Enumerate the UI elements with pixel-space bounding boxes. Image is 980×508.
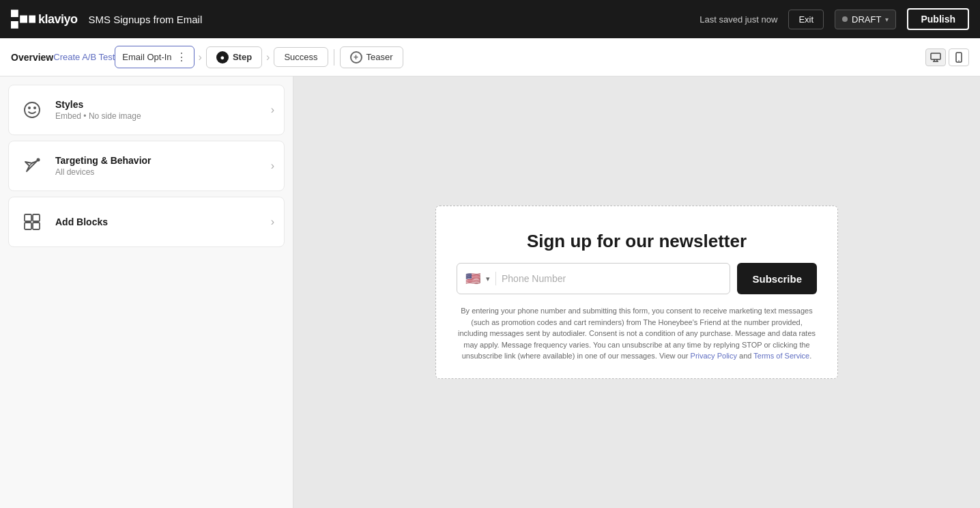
- step-circle-icon: ●: [216, 51, 229, 63]
- desktop-view-button[interactable]: [925, 48, 946, 66]
- svg-rect-0: [931, 53, 940, 59]
- phone-divider: [495, 272, 496, 285]
- svg-rect-11: [25, 214, 31, 221]
- step-tabs: Email Opt-In ⋮ › ● Step › Success + Teas…: [115, 46, 403, 68]
- sidebar-item-add-blocks[interactable]: Add Blocks ›: [8, 197, 285, 247]
- targeting-subtitle: All devices: [55, 167, 261, 177]
- draft-label: DRAFT: [852, 14, 881, 25]
- styles-subtitle: Embed • No side image: [55, 111, 261, 121]
- svg-rect-12: [33, 214, 40, 221]
- add-blocks-text: Add Blocks: [55, 216, 261, 227]
- draft-status-dot: [842, 16, 848, 22]
- svg-rect-13: [25, 223, 31, 229]
- main-layout: Styles Embed • No side image › Targeting…: [0, 76, 980, 508]
- create-ab-test-link[interactable]: Create A/B Test: [53, 52, 115, 62]
- svg-point-10: [37, 158, 40, 162]
- view-toggle: [925, 48, 969, 66]
- form-title: Sign up for our newsletter: [527, 231, 747, 252]
- draft-button[interactable]: DRAFT ▾: [835, 10, 896, 29]
- mobile-icon: [955, 52, 962, 63]
- sidebar: Styles Embed • No side image › Targeting…: [0, 76, 293, 508]
- styles-icon: [18, 96, 46, 124]
- targeting-title: Targeting & Behavior: [55, 155, 261, 166]
- tab-success[interactable]: Success: [274, 47, 328, 67]
- desktop-icon: [930, 53, 941, 62]
- overview-label: Overview: [11, 52, 53, 63]
- svg-point-7: [28, 107, 31, 109]
- tab-teaser-label: Teaser: [366, 52, 393, 62]
- mobile-view-button[interactable]: [949, 48, 969, 66]
- svg-point-6: [25, 102, 40, 117]
- publish-button[interactable]: Publish: [907, 8, 969, 30]
- tab-step-label: Step: [233, 52, 252, 62]
- tab-divider: [334, 49, 334, 66]
- topbar: klaviyo SMS Signups from Email Last save…: [0, 0, 980, 38]
- preview-area: Sign up for our newsletter 🇺🇸 ▾ Phone Nu…: [293, 76, 980, 508]
- targeting-arrow-icon: ›: [271, 160, 274, 172]
- draft-dropdown-icon: ▾: [885, 16, 889, 23]
- tab-arrow-2: ›: [266, 51, 270, 63]
- sidebar-item-styles[interactable]: Styles Embed • No side image ›: [8, 85, 285, 135]
- tab-email-optin-label: Email Opt-In: [122, 52, 171, 62]
- terms-of-service-link[interactable]: Terms of Service: [753, 352, 809, 360]
- form-card: Sign up for our newsletter 🇺🇸 ▾ Phone Nu…: [435, 206, 838, 379]
- tab-success-label: Success: [284, 52, 317, 62]
- form-disclaimer: By entering your phone number and submit…: [457, 305, 817, 362]
- styles-title: Styles: [55, 99, 261, 110]
- tab-email-optin-menu-icon[interactable]: ⋮: [176, 51, 187, 63]
- targeting-icon: [18, 152, 46, 180]
- secondbar: Overview Create A/B Test Email Opt-In ⋮ …: [0, 38, 980, 76]
- last-saved-text: Last saved just now: [700, 14, 777, 25]
- phone-country-chevron[interactable]: ▾: [486, 274, 490, 283]
- subscribe-button[interactable]: Subscribe: [737, 263, 817, 294]
- phone-input-wrapper[interactable]: 🇺🇸 ▾ Phone Number: [457, 263, 730, 294]
- add-blocks-title: Add Blocks: [55, 216, 261, 227]
- sidebar-item-targeting[interactable]: Targeting & Behavior All devices ›: [8, 141, 285, 191]
- styles-text: Styles Embed • No side image: [55, 99, 261, 121]
- add-blocks-icon: [18, 208, 46, 236]
- styles-arrow-icon: ›: [271, 104, 274, 116]
- svg-point-8: [33, 107, 36, 109]
- svg-point-5: [958, 60, 960, 61]
- logo: klaviyo: [11, 10, 78, 29]
- privacy-policy-link[interactable]: Privacy Policy: [691, 352, 737, 360]
- tab-teaser[interactable]: + Teaser: [340, 46, 403, 68]
- svg-rect-14: [33, 223, 40, 229]
- form-input-row: 🇺🇸 ▾ Phone Number Subscribe: [457, 263, 817, 294]
- tab-email-optin[interactable]: Email Opt-In ⋮: [115, 46, 194, 68]
- targeting-text: Targeting & Behavior All devices: [55, 155, 261, 177]
- us-flag-icon: 🇺🇸: [465, 271, 480, 286]
- teaser-plus-icon: +: [350, 51, 362, 63]
- tab-arrow-1: ›: [199, 51, 202, 63]
- page-title: SMS Signups from Email: [89, 14, 203, 25]
- phone-placeholder-text: Phone Number: [502, 273, 721, 284]
- add-blocks-arrow-icon: ›: [271, 216, 274, 228]
- exit-button[interactable]: Exit: [788, 10, 824, 29]
- tab-step[interactable]: ● Step: [206, 46, 262, 68]
